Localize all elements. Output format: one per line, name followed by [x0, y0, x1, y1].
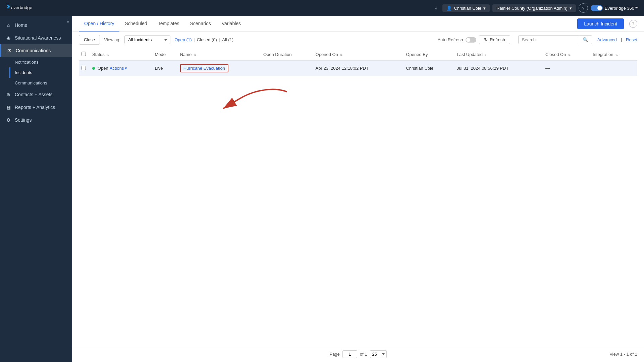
- sidebar-item-communications[interactable]: ✉ Communications: [0, 44, 72, 57]
- opened-on-sort-icon: ⇅: [340, 53, 342, 57]
- search-submit-button[interactable]: 🔍: [579, 36, 592, 44]
- page-size-select[interactable]: 25 10 50 100: [370, 350, 387, 358]
- col-mode: Mode: [152, 48, 177, 61]
- sidebar-sub-communications[interactable]: Communications: [15, 78, 72, 88]
- filter-select[interactable]: All Incidents Open Incidents Closed Inci…: [124, 35, 170, 44]
- select-all-header: [79, 48, 90, 61]
- sidebar-item-label: Reports + Analytics: [15, 105, 55, 110]
- tab-scenarios[interactable]: Scenarios: [184, 16, 216, 32]
- open-count[interactable]: Open (1): [174, 37, 192, 42]
- tab-help-icon[interactable]: ?: [629, 20, 637, 28]
- page-label: Page: [329, 352, 339, 357]
- status-sort-icon: ⇅: [106, 53, 109, 57]
- view-count: View 1 - 1 of 1: [609, 352, 637, 357]
- sidebar-sub-incidents[interactable]: Incidents: [9, 67, 72, 78]
- annotation-arrow: [186, 82, 300, 135]
- sidebar-item-contacts-assets[interactable]: ⊕ Contacts + Assets: [0, 88, 72, 101]
- toolbar: Close Viewing: All Incidents Open Incide…: [72, 32, 644, 48]
- table-header-row: Status ⇅ Mode Name ⇅ Open Dura: [79, 48, 637, 61]
- actions-button[interactable]: Actions ▾: [110, 66, 127, 71]
- auto-refresh-label: Auto Refresh: [437, 37, 463, 42]
- communications-sub-label: Communications: [15, 80, 47, 85]
- user-menu-button[interactable]: 👤 Christian Cole ▾: [442, 4, 490, 12]
- tab-scheduled[interactable]: Scheduled: [119, 16, 152, 32]
- sidebar: « ⌂ Home ◉ Situational Awareness ✉ Commu…: [0, 16, 72, 362]
- sidebar-item-home[interactable]: ⌂ Home: [0, 19, 72, 32]
- opened-on-cell: Apr 23, 2024 12:18:02 PDT: [313, 61, 404, 76]
- col-opened-on: Opened On ⇅: [313, 48, 404, 61]
- tab-variables[interactable]: Variables: [216, 16, 246, 32]
- advanced-link[interactable]: Advanced: [597, 37, 617, 42]
- user-name-label: Christian Cole: [454, 6, 481, 11]
- refresh-icon: ↻: [484, 37, 488, 42]
- main-content: Open / History Scheduled Templates Scena…: [72, 16, 644, 362]
- contacts-assets-icon: ⊕: [5, 92, 11, 98]
- org-menu-button[interactable]: Rainier County (Organization Admin) ▾: [492, 4, 576, 12]
- home-icon: ⌂: [5, 22, 11, 28]
- incident-name-link[interactable]: Hurricane Evacuation: [180, 64, 228, 72]
- e360-label: Everbridge 360™: [605, 6, 639, 11]
- collapse-nav-icon[interactable]: »: [432, 4, 440, 12]
- close-button[interactable]: Close: [79, 35, 100, 45]
- search-input[interactable]: [519, 36, 579, 44]
- col-opened-by: Opened By: [403, 48, 454, 61]
- sidebar-item-label: Contacts + Assets: [15, 92, 52, 97]
- sidebar-item-settings[interactable]: ⚙ Settings: [0, 114, 72, 126]
- sidebar-item-label: Home: [15, 22, 27, 28]
- sidebar-collapse-icon[interactable]: «: [67, 19, 69, 24]
- sidebar-item-label: Situational Awareness: [15, 35, 61, 41]
- top-nav: everbridge » 👤 Christian Cole ▾ Rainier …: [0, 0, 644, 16]
- col-last-updated: Last Updated ↓: [454, 48, 543, 61]
- auto-refresh-group: Auto Refresh ↻ Refresh: [437, 35, 510, 44]
- viewing-label: Viewing:: [104, 37, 120, 42]
- settings-icon: ⚙: [5, 117, 11, 123]
- actions-chevron-icon: ▾: [125, 66, 127, 71]
- launch-incident-button[interactable]: Launch Incident: [577, 18, 624, 29]
- select-all-checkbox[interactable]: [82, 52, 86, 56]
- row-checkbox-cell: [79, 61, 90, 76]
- help-button[interactable]: ?: [579, 3, 588, 13]
- col-status: Status ⇅: [90, 48, 152, 61]
- filter-counts: Open (1) | Closed (0) | All (1): [174, 37, 233, 42]
- open-duration-cell: [261, 61, 313, 76]
- e360-toggle[interactable]: [591, 5, 603, 11]
- col-open-duration: Open Duration: [261, 48, 313, 61]
- closed-on-sort-icon: ⇅: [568, 53, 571, 57]
- refresh-button[interactable]: ↻ Refresh: [479, 35, 510, 44]
- pagination: Page of 1 25 10 50 100 View 1 - 1 of 1: [72, 346, 644, 362]
- last-updated-cell: Jul 31, 2024 08:56:29 PDT: [454, 61, 543, 76]
- name-cell: Hurricane Evacuation: [177, 61, 261, 76]
- status-cell: Open Actions ▾: [90, 61, 152, 76]
- notifications-label: Notifications: [15, 60, 39, 65]
- situational-awareness-icon: ◉: [5, 35, 11, 41]
- tab-open-history[interactable]: Open / History: [79, 16, 119, 32]
- user-icon: 👤: [446, 6, 452, 11]
- sidebar-item-label: Communications: [16, 48, 51, 53]
- search-box: 🔍: [518, 35, 592, 44]
- search-icon: 🔍: [583, 37, 588, 42]
- page-number-input[interactable]: [342, 350, 357, 358]
- svg-text:everbridge: everbridge: [11, 5, 33, 10]
- tab-templates[interactable]: Templates: [153, 16, 185, 32]
- integration-cell: [590, 61, 637, 76]
- auto-refresh-toggle[interactable]: [466, 37, 476, 43]
- reports-analytics-icon: ▦: [5, 104, 11, 110]
- reset-link[interactable]: Reset: [626, 37, 637, 42]
- table-row: Open Actions ▾ Live Hurricane Evacuation: [79, 61, 637, 76]
- tabs-bar: Open / History Scheduled Templates Scena…: [72, 16, 644, 32]
- org-chevron-icon: ▾: [570, 6, 572, 11]
- row-checkbox[interactable]: [82, 66, 86, 70]
- main-layout: « ⌂ Home ◉ Situational Awareness ✉ Commu…: [0, 16, 644, 362]
- logo[interactable]: everbridge: [5, 3, 46, 13]
- closed-count[interactable]: Closed (0): [197, 37, 217, 42]
- sidebar-item-reports-analytics[interactable]: ▦ Reports + Analytics: [0, 101, 72, 114]
- user-chevron-icon: ▾: [483, 6, 486, 11]
- closed-on-cell: —: [543, 61, 590, 76]
- incidents-table: Status ⇅ Mode Name ⇅ Open Dura: [79, 48, 637, 76]
- incidents-label: Incidents: [15, 70, 32, 75]
- sidebar-item-situational-awareness[interactable]: ◉ Situational Awareness: [0, 32, 72, 44]
- e360-badge[interactable]: Everbridge 360™: [591, 5, 639, 11]
- sidebar-sub-notifications[interactable]: Notifications: [15, 57, 72, 67]
- page-of-label: of 1: [360, 352, 367, 357]
- all-count[interactable]: All (1): [222, 37, 233, 42]
